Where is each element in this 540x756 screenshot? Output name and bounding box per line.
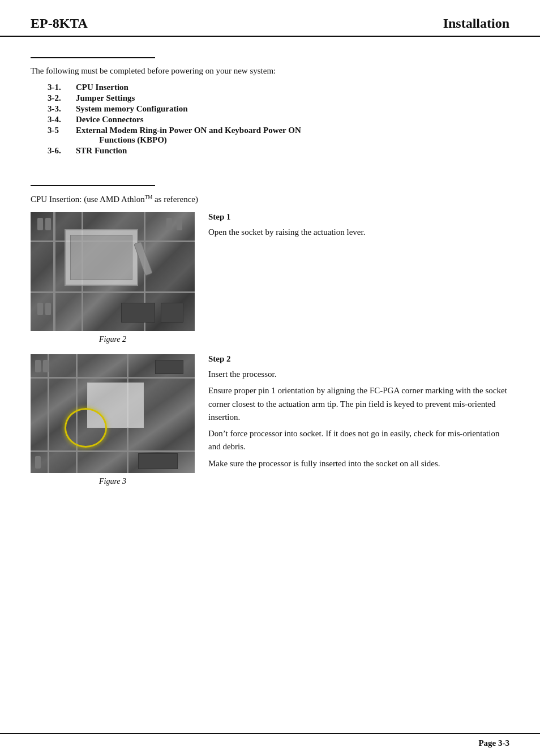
toc-num-6: 3-6. — [48, 146, 70, 156]
toc-item-4: 3-4. Device Connectors — [48, 115, 509, 124]
pin1-circle-highlight — [65, 408, 107, 448]
toc-label-5: External Modem Ring-in Power ON and Keyb… — [76, 126, 301, 145]
cap-f3-2 — [43, 360, 49, 372]
step2-para4: Make sure the processor is fully inserte… — [208, 457, 509, 470]
toc-item-3: 3-3. System memory Configuration — [48, 104, 509, 114]
figure3-image — [31, 354, 195, 473]
trace-h2 — [31, 291, 195, 293]
figure2-col: Figure 2 — [31, 212, 195, 344]
step1-para: Open the socket by raising the actuation… — [208, 226, 509, 239]
step2-text: Insert the processor. Ensure proper pin … — [208, 368, 509, 470]
toc-label-6: STR Function — [76, 146, 127, 156]
chip2 — [161, 303, 183, 323]
toc-num-4: 3-4. — [48, 115, 70, 124]
intro-section: The following must be completed before p… — [31, 57, 509, 156]
toc-label-2: Jumper Settings — [76, 93, 135, 103]
lever-arm — [134, 241, 153, 276]
toc-num-3: 3-3. — [48, 104, 70, 114]
cap1 — [37, 218, 43, 230]
toc-num-1: 3-1. — [48, 83, 70, 92]
figure3-caption: Figure 3 — [99, 477, 126, 486]
cap-f3-1 — [35, 360, 41, 372]
figure2-step1-row: Figure 2 Step 1 Open the socket by raisi… — [31, 212, 509, 344]
chapter-title: Installation — [443, 16, 509, 31]
cpu-socket — [65, 229, 138, 286]
cap-f3-3 — [35, 456, 41, 469]
step2-title: Step 2 — [208, 354, 509, 364]
section-divider-1 — [31, 57, 155, 58]
step2-col: Step 2 Insert the processor. Ensure prop… — [208, 354, 509, 474]
page-number: Page 3-3 — [478, 738, 509, 748]
chip-f3-2 — [155, 360, 183, 374]
footer: Page 3-3 — [0, 733, 540, 756]
cap6 — [177, 218, 182, 230]
step1-col: Step 1 Open the socket by raising the ac… — [208, 212, 509, 242]
trademark-sup: TM — [145, 194, 153, 200]
cap3 — [37, 303, 43, 315]
toc-item-6: 3-6. STR Function — [48, 146, 509, 156]
cap5 — [166, 218, 172, 230]
toc-num-5: 3-5 — [48, 126, 70, 145]
section-divider-2 — [31, 185, 155, 186]
step2-para1: Insert the processor. — [208, 368, 509, 381]
socket-inner — [70, 235, 132, 280]
cpu-intro: CPU Insertion: (use AMD AthlonTM as refe… — [31, 194, 509, 204]
step2-para3: Don’t force processor into socket. If it… — [208, 427, 509, 454]
chip1 — [121, 303, 155, 323]
cap2 — [45, 218, 51, 230]
toc-num-2: 3-2. — [48, 93, 70, 103]
figure2-caption: Figure 2 — [99, 335, 126, 344]
toc-label-3: System memory Configuration — [76, 104, 187, 114]
step1-title: Step 1 — [208, 212, 509, 222]
figure3-col: Figure 3 — [31, 354, 195, 486]
doc-title: EP-8KTA — [31, 16, 88, 31]
trace2-h1 — [31, 377, 195, 379]
toc-list: 3-1. CPU Insertion 3-2. Jumper Settings … — [31, 83, 509, 156]
toc-label-4: Device Connectors — [76, 115, 144, 124]
step2-para2: Ensure proper pin 1 orientation by align… — [208, 384, 509, 424]
cap4 — [45, 303, 51, 315]
header: EP-8KTA Installation — [0, 0, 540, 37]
figure3-step2-row: Figure 3 Step 2 Insert the processor. En… — [31, 354, 509, 486]
cpu-section: CPU Insertion: (use AMD AthlonTM as refe… — [31, 185, 509, 486]
toc-item-5: 3-5 External Modem Ring-in Power ON and … — [48, 126, 509, 145]
trace2-h2 — [31, 450, 195, 452]
chip-f3-1 — [138, 453, 178, 469]
intro-text: The following must be completed before p… — [31, 66, 509, 76]
toc-item-1: 3-1. CPU Insertion — [48, 83, 509, 92]
toc-item-2: 3-2. Jumper Settings — [48, 93, 509, 103]
toc-label-1: CPU Insertion — [76, 83, 128, 92]
main-content: The following must be completed before p… — [0, 57, 540, 486]
page: EP-8KTA Installation The following must … — [0, 0, 540, 756]
figure2-image — [31, 212, 195, 331]
trace-v1 — [53, 212, 55, 331]
step1-text: Open the socket by raising the actuation… — [208, 226, 509, 239]
